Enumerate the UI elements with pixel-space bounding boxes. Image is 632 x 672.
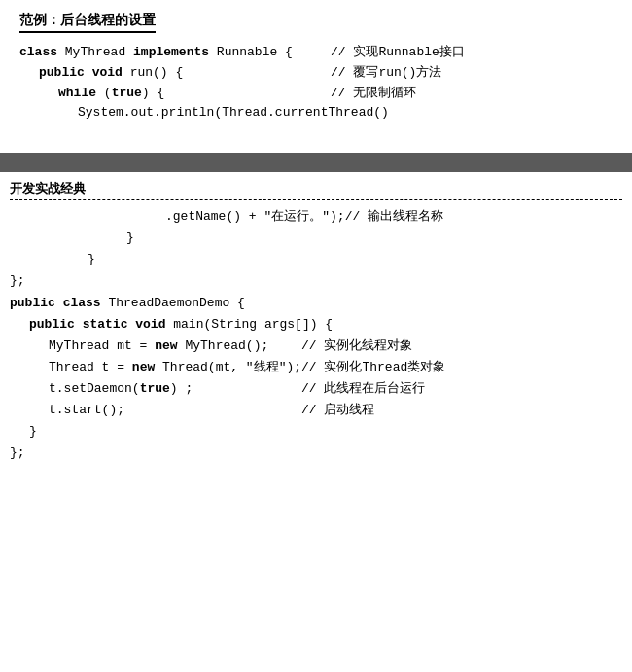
bottom-code-4: }; — [10, 270, 301, 292]
top-code-block: class MyThread implements Runnable { // … — [19, 43, 613, 124]
kw-while: while — [58, 86, 96, 100]
top-section: 范例：后台线程的设置 class MyThread implements Run… — [0, 0, 632, 133]
kw-new-1: new — [155, 338, 177, 353]
bottom-line-4: }; — [10, 270, 622, 292]
code-row-1: class MyThread implements Runnable { // … — [19, 43, 613, 63]
bottom-code-6: public static void main(String args[]) { — [10, 314, 333, 336]
kw-public-3: public — [29, 317, 75, 332]
bottom-code-5: public class ThreadDaemonDemo { — [10, 293, 301, 314]
bottom-comment-4 — [301, 270, 622, 292]
kw-void-2: void — [135, 317, 165, 332]
code-left-3: while (true) { — [19, 84, 311, 104]
bottom-code-10: t.start(); — [10, 400, 301, 421]
bottom-code-1: .getName() + "在运行。"); — [10, 206, 345, 228]
bottom-line-6: public static void main(String args[]) { — [10, 314, 622, 336]
bottom-line-9: t.setDaemon(true) ; // 此线程在后台运行 — [10, 378, 622, 400]
kw-true-2: true — [140, 381, 170, 396]
code-row-3: while (true) { // 无限制循环 — [19, 84, 613, 104]
comment-3: // 无限制循环 — [311, 84, 613, 104]
kw-class-2: class — [63, 296, 101, 310]
bottom-section: 开发实战经典 .getName() + "在运行。"); // 输出线程名称 }… — [0, 172, 632, 474]
bottom-code-11: } — [10, 421, 301, 442]
section-label: 开发实战经典 — [10, 180, 622, 200]
code-left-2: public void run() { — [19, 63, 311, 84]
bottom-line-3: } — [10, 249, 622, 270]
example-title: 范例：后台线程的设置 — [19, 12, 156, 33]
page-wrapper: 范例：后台线程的设置 class MyThread implements Run… — [0, 0, 632, 672]
bottom-code-9: t.setDaemon(true) ; — [10, 378, 301, 400]
bottom-comment-9: // 此线程在后台运行 — [301, 378, 622, 400]
comment-2: // 覆写run()方法 — [311, 63, 613, 84]
bottom-line-12: }; — [10, 442, 622, 464]
bottom-code-12: }; — [10, 442, 301, 464]
kw-implements: implements — [133, 45, 209, 59]
bottom-comment-11 — [301, 421, 622, 442]
bottom-code-2: } — [10, 228, 301, 249]
kw-void-1: void — [92, 65, 123, 80]
kw-public-2: public — [10, 296, 55, 310]
bottom-comment-1: // 输出线程名称 — [345, 206, 622, 228]
bottom-line-2: } — [10, 228, 622, 249]
kw-static: static — [83, 317, 128, 332]
bottom-comment-2 — [301, 228, 622, 249]
bottom-comment-6 — [333, 314, 622, 336]
bottom-line-11: } — [10, 421, 622, 442]
bottom-code-7: MyThread mt = new MyThread(); — [10, 336, 301, 357]
bottom-comment-3 — [301, 249, 622, 270]
code-left-4: System.out.println(Thread.currentThread(… — [19, 103, 389, 124]
bottom-line-10: t.start(); // 启动线程 — [10, 400, 622, 421]
kw-true-1: true — [112, 86, 142, 100]
code-row-2: public void run() { // 覆写run()方法 — [19, 63, 613, 84]
bottom-comment-7: // 实例化线程对象 — [301, 336, 622, 357]
code-left-1: class MyThread implements Runnable { — [19, 43, 311, 63]
bottom-comment-10: // 启动线程 — [301, 400, 622, 421]
kw-new-2: new — [132, 360, 155, 374]
bottom-code-3: } — [10, 249, 301, 270]
bottom-comment-8: // 实例化Thread类对象 — [301, 357, 622, 378]
bottom-comment-5 — [301, 293, 622, 314]
divider-section — [0, 153, 632, 172]
bottom-comment-12 — [301, 442, 622, 464]
comment-1: // 实现Runnable接口 — [311, 43, 613, 63]
bottom-code-block: .getName() + "在运行。"); // 输出线程名称 } } }; p… — [10, 206, 622, 464]
code-row-4: System.out.println(Thread.currentThread(… — [19, 103, 613, 124]
bottom-line-8: Thread t = new Thread(mt, "线程"); // 实例化T… — [10, 357, 622, 378]
kw-public-1: public — [39, 65, 85, 80]
bottom-code-8: Thread t = new Thread(mt, "线程"); — [10, 357, 301, 378]
bottom-line-7: MyThread mt = new MyThread(); // 实例化线程对象 — [10, 336, 622, 357]
bottom-line-5: public class ThreadDaemonDemo { — [10, 293, 622, 314]
comment-4 — [389, 103, 613, 124]
bottom-line-1: .getName() + "在运行。"); // 输出线程名称 — [10, 206, 622, 228]
kw-class: class — [19, 45, 57, 59]
